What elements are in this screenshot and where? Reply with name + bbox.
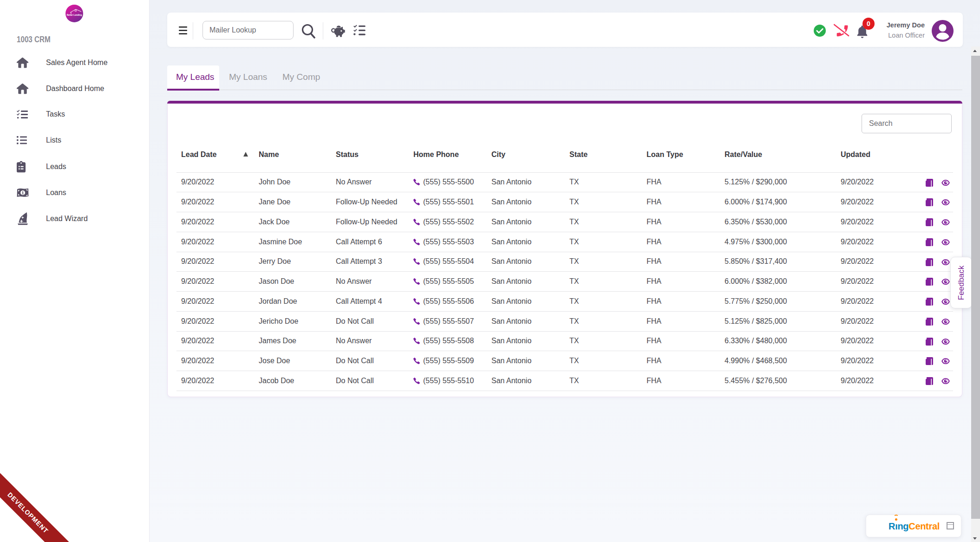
svg-text:Better Lending: Better Lending xyxy=(67,14,82,16)
